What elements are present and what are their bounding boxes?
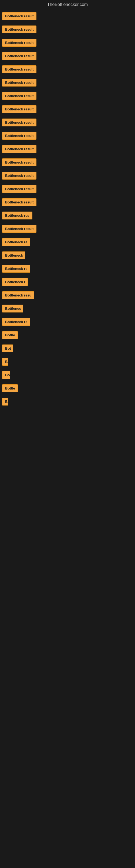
bottleneck-result-item[interactable]: Bottle <box>2 384 18 392</box>
bottleneck-result-item[interactable]: Bottle <box>2 331 18 339</box>
item-row: Bottleneck re <box>0 237 135 249</box>
item-row: Bottleneck result <box>0 144 135 156</box>
bottleneck-result-item[interactable]: Bottleneck resu <box>2 291 34 299</box>
bottleneck-result-item[interactable]: B <box>2 358 8 366</box>
item-row: Bottleneck re <box>0 316 135 329</box>
bottleneck-result-item[interactable]: Bottleneck result <box>2 119 37 126</box>
item-row: Bottleneck result <box>0 104 135 116</box>
bottleneck-result-item[interactable]: Bo <box>2 371 10 379</box>
item-row: Bottleneck result <box>0 130 135 143</box>
item-row: Bottleneck result <box>0 64 135 76</box>
item-row: Bottleneck result <box>0 117 135 129</box>
item-row: Bottleneck re <box>0 263 135 275</box>
item-row: Bottleneck result <box>0 51 135 63</box>
bottleneck-result-item[interactable]: Bottleneck result <box>2 52 37 60</box>
bottleneck-result-item[interactable]: Bottleneck result <box>2 158 37 166</box>
bottleneck-result-item[interactable]: Bottleneck re <box>2 318 30 326</box>
page-wrapper: TheBottlenecker.com Bottleneck resultBot… <box>0 0 135 411</box>
item-row: Bottle <box>0 383 135 395</box>
bottleneck-result-item[interactable]: Bottleneck result <box>2 105 37 113</box>
bottleneck-result-item[interactable]: Bottleneck res <box>2 212 32 219</box>
item-row: Bottleneck result <box>0 223 135 236</box>
item-row: Bottleneck res <box>0 210 135 222</box>
bottleneck-result-item[interactable]: Bottleneck result <box>2 225 37 233</box>
bottleneck-result-item[interactable]: Bottleneck result <box>2 185 37 193</box>
bottleneck-result-item[interactable]: Bottleneck result <box>2 132 37 140</box>
item-row: Bot <box>0 343 135 355</box>
bottleneck-result-item[interactable]: Bottleneck <box>2 251 25 259</box>
bottleneck-result-item[interactable]: Bottleneck r <box>2 278 28 286</box>
item-row: Bottleneck result <box>0 90 135 102</box>
bottleneck-result-item[interactable]: Bottleneck result <box>2 79 37 87</box>
item-row: Bo <box>0 369 135 382</box>
item-row: B <box>0 356 135 368</box>
item-row: Bottleneck result <box>0 24 135 36</box>
item-row: B <box>0 396 135 408</box>
bottleneck-result-item[interactable]: Bottleneck result <box>2 92 37 100</box>
bottleneck-result-item[interactable]: Bottleneck re <box>2 265 30 273</box>
site-title: TheBottlenecker.com <box>0 0 135 9</box>
item-row: Bottle <box>0 330 135 342</box>
bottleneck-result-item[interactable]: Bottleneck result <box>2 26 37 33</box>
item-row: Bottleneck result <box>0 157 135 169</box>
bottleneck-result-item[interactable]: B <box>2 398 8 405</box>
items-container: Bottleneck resultBottleneck resultBottle… <box>0 9 135 411</box>
item-row: Bottleneck <box>0 250 135 262</box>
item-row: Bottleneck result <box>0 170 135 182</box>
bottleneck-result-item[interactable]: Bottleneck result <box>2 198 37 206</box>
bottleneck-result-item[interactable]: Bottleneck result <box>2 145 37 153</box>
item-row: Bottleneck result <box>0 77 135 89</box>
item-row: Bottleneck result <box>0 10 135 23</box>
bottleneck-result-item[interactable]: Bottleneck result <box>2 65 37 73</box>
item-row: Bottlenec <box>0 303 135 315</box>
bottleneck-result-item[interactable]: Bottleneck result <box>2 12 37 20</box>
item-row: Bottleneck result <box>0 183 135 195</box>
item-row: Bottleneck r <box>0 276 135 289</box>
bottleneck-result-item[interactable]: Bottleneck result <box>2 172 37 180</box>
bottleneck-result-item[interactable]: Bottlenec <box>2 305 23 312</box>
bottleneck-result-item[interactable]: Bot <box>2 344 13 352</box>
bottleneck-result-item[interactable]: Bottleneck result <box>2 39 37 46</box>
item-row: Bottleneck result <box>0 37 135 50</box>
item-row: Bottleneck result <box>0 197 135 209</box>
item-row: Bottleneck resu <box>0 290 135 302</box>
bottleneck-result-item[interactable]: Bottleneck re <box>2 238 30 246</box>
